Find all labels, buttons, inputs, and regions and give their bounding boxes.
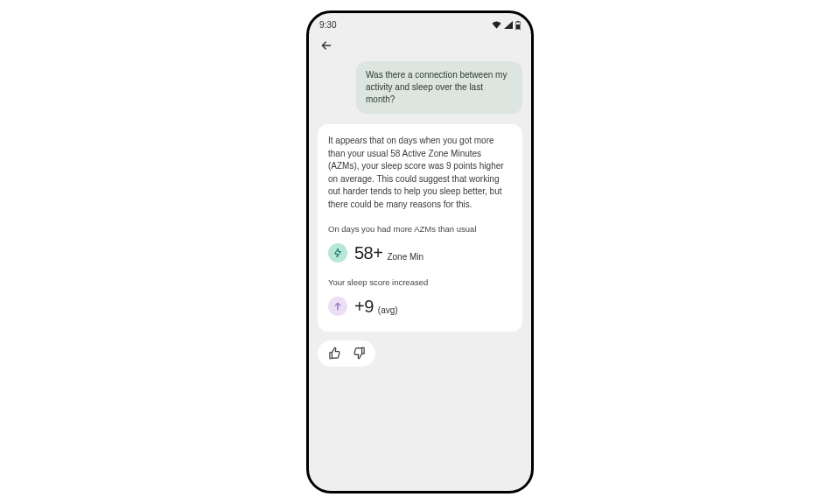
toolbar — [309, 33, 531, 61]
sleep-stat-row: +9 (avg) — [328, 294, 512, 319]
arrow-up-icon — [332, 301, 343, 312]
user-message-text: Was there a connection between my activi… — [366, 70, 507, 104]
back-button[interactable] — [318, 37, 335, 54]
phone-frame: 9:30 Was there a connection between my — [306, 10, 534, 494]
bolt-icon — [332, 248, 343, 258]
sleep-icon-chip — [328, 297, 347, 316]
battery-icon — [515, 21, 521, 30]
thumbs-down-button[interactable] — [351, 346, 367, 361]
azm-stat-value: 58+ — [354, 241, 382, 266]
user-message-bubble: Was there a connection between my activi… — [356, 61, 522, 114]
thumbs-up-icon — [328, 346, 341, 360]
wifi-icon — [492, 21, 501, 29]
assistant-response-card: It appears that on days when you got mor… — [318, 124, 522, 332]
sleep-stat-value: +9 — [354, 294, 374, 319]
feedback-bar — [318, 340, 375, 367]
status-icons — [492, 21, 521, 30]
sleep-stat-label: Your sleep score increased — [328, 276, 512, 289]
stage: 9:30 Was there a connection between my — [0, 0, 840, 504]
thumbs-down-icon — [353, 346, 366, 360]
azm-stat-row: 58+ Zone Min — [328, 241, 512, 266]
azm-stat-unit: Zone Min — [387, 251, 424, 266]
svg-rect-2 — [516, 24, 520, 29]
conversation: Was there a connection between my activi… — [309, 61, 531, 491]
arrow-left-icon — [319, 38, 333, 52]
status-bar: 9:30 — [309, 13, 531, 33]
status-time: 9:30 — [319, 20, 336, 30]
signal-icon — [504, 21, 513, 29]
azm-stat-label: On days you had more AZMs than usual — [328, 223, 512, 235]
assistant-lead-text: It appears that on days when you got mor… — [328, 135, 512, 211]
thumbs-up-button[interactable] — [326, 346, 342, 361]
svg-rect-1 — [517, 21, 519, 22]
azm-icon-chip — [328, 243, 347, 262]
sleep-stat-unit: (avg) — [378, 304, 398, 319]
